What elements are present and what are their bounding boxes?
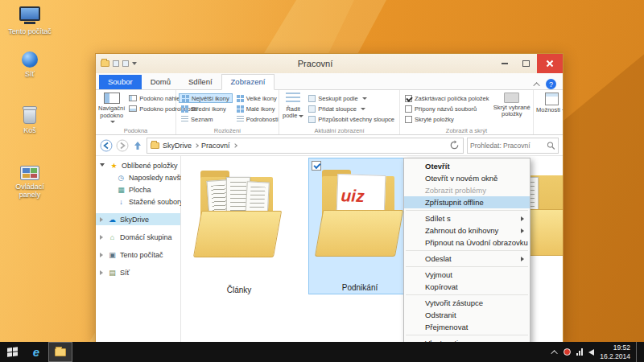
sidebar-item-network[interactable]: ▤ Síť <box>96 266 180 278</box>
windows-logo-icon <box>7 347 18 357</box>
breadcrumb-pracovni[interactable]: Pracovní <box>201 142 230 150</box>
tab-file[interactable]: Soubor <box>99 75 142 89</box>
sort-by-button[interactable]: Řadit podle <box>282 92 304 125</box>
group-label: Aktuální zobrazení <box>279 127 399 134</box>
menu-separator <box>406 294 528 295</box>
back-button[interactable] <box>100 139 113 152</box>
expander-icon[interactable] <box>100 235 103 240</box>
hidden-items-checkbox[interactable]: Skryté položky <box>402 114 492 124</box>
sidebar-item-downloads[interactable]: ↓ Stažené soubory <box>96 195 180 208</box>
view-large-icons[interactable]: Velké ikony <box>234 93 281 103</box>
desktop-icon-this-pc[interactable]: Tento počítač <box>5 6 55 35</box>
icons-view-icon <box>181 105 188 113</box>
taskbar-ie-button[interactable]: e <box>24 342 48 362</box>
view-small-icons[interactable]: Malé ikony <box>234 104 281 113</box>
group-label: Podokna <box>96 127 175 134</box>
sidebar-item-favorites[interactable]: ★ Oblíbené položky <box>96 159 180 171</box>
expander-icon[interactable] <box>100 253 103 257</box>
menu-item-rename[interactable]: Přejmenovat <box>404 321 530 333</box>
view-list[interactable]: Seznam <box>179 114 233 124</box>
group-label: Zobrazit a skrýt <box>400 127 533 134</box>
checkbox-checked-icon <box>405 95 412 102</box>
alert-icon[interactable] <box>564 348 571 356</box>
expander-icon[interactable] <box>100 217 103 222</box>
sidebar-item-skydrive[interactable]: ☁ SkyDrive <box>96 213 180 225</box>
show-hidden-icons[interactable] <box>551 350 558 356</box>
view-medium-icons[interactable]: Střední ikony <box>179 104 233 113</box>
folder-clanky[interactable]: Články <box>188 159 291 296</box>
tab-home[interactable]: Domů <box>142 75 180 89</box>
menu-item-send-to[interactable]: Odeslat <box>404 253 530 265</box>
view-details[interactable]: Podrobnosti <box>234 114 281 124</box>
qat-button-icon[interactable] <box>122 60 129 67</box>
icons-view-icon <box>237 105 244 113</box>
search-input[interactable] <box>470 142 547 150</box>
icons-view-icon <box>237 95 244 102</box>
group-by-button[interactable]: Seskupit podle <box>306 93 397 103</box>
close-button[interactable] <box>537 54 563 73</box>
search-box[interactable] <box>467 138 559 154</box>
menu-item-include-in-library[interactable]: Zahrnout do knihovny <box>404 224 530 237</box>
file-list[interactable]: Články uiz Podnikání <box>181 156 563 343</box>
add-columns-button[interactable]: Přidat sloupce <box>306 104 397 113</box>
sidebar-item-recent[interactable]: ◷ Naposledy navštívené <box>96 171 180 183</box>
breadcrumb-skydrive[interactable]: SkyDrive <box>163 142 192 150</box>
menu-item-delete[interactable]: Odstranit <box>404 309 530 321</box>
folder-icon <box>194 164 284 269</box>
desktop-icon-network[interactable]: Síť <box>5 51 55 78</box>
fit-columns-button[interactable]: Přizpůsobit všechny sloupce <box>306 114 397 124</box>
navigation-pane-button[interactable]: Navigační podokno <box>98 92 125 125</box>
sidebar-item-this-pc[interactable]: ▣ Tento počítač <box>96 249 180 261</box>
expander-icon[interactable] <box>100 270 103 275</box>
refresh-icon[interactable] <box>449 140 460 150</box>
list-view-icon <box>181 116 188 123</box>
help-icon[interactable]: ? <box>546 79 556 89</box>
breadcrumb[interactable]: SkyDrive Pracovní <box>147 138 464 154</box>
chevron-down-icon <box>562 109 563 112</box>
sidebar-item-desktop[interactable]: ▦ Plocha <box>96 183 180 195</box>
ribbon-group-current-view: Řadit podle Seskupit podle Přidat sloupc… <box>279 90 400 134</box>
chevron-down-icon <box>110 121 115 123</box>
tab-view[interactable]: Zobrazení <box>221 74 275 90</box>
sidebar-item-homegroup[interactable]: ⌂ Domácí skupina <box>96 231 180 243</box>
quick-access-toolbar[interactable] <box>96 60 137 67</box>
menu-item-cut[interactable]: Vyjmout <box>404 269 530 281</box>
desktop-icon-label: Koš <box>5 126 55 134</box>
recent-places-icon: ◷ <box>117 174 126 182</box>
menu-item-share-with[interactable]: Sdílet s <box>404 212 530 224</box>
hide-selected-button[interactable]: Skrýt vybrané položky <box>493 92 530 125</box>
folder-icon <box>151 142 159 149</box>
folder-label: Podnikání <box>309 283 411 292</box>
view-extra-large-icons[interactable]: Největší ikony <box>179 93 233 103</box>
taskbar-clock[interactable]: 19:52 16.2.2014 <box>600 343 630 360</box>
folder-icon <box>101 60 109 67</box>
tab-share[interactable]: Sdílení <box>180 75 221 89</box>
minimize-button[interactable] <box>493 54 515 73</box>
group-label: Rozložení <box>176 127 279 134</box>
desktop-icon-recycle-bin[interactable]: Koš <box>5 108 55 134</box>
volume-icon[interactable] <box>588 349 594 356</box>
collapse-ribbon-icon[interactable] <box>533 82 539 88</box>
show-desktop-button[interactable] <box>636 342 641 362</box>
chevron-down-icon <box>299 115 303 117</box>
menu-item-create-shortcut[interactable]: Vytvořit zástupce <box>404 297 530 309</box>
menu-item-open-new-window[interactable]: Otevřít v novém okně <box>404 172 530 184</box>
menu-item-pin-to-start[interactable]: Připnout na Úvodní obrazovku <box>404 237 530 249</box>
item-checkboxes-checkbox[interactable]: Zaškrtávací políčka položek <box>402 93 492 103</box>
menu-item-make-available-offline[interactable]: Zpřístupnit offline <box>404 196 530 208</box>
qat-button-icon[interactable] <box>113 60 119 67</box>
sort-icon <box>286 93 300 105</box>
folder-podnikani[interactable]: uiz Podnikání <box>308 158 411 294</box>
start-button[interactable] <box>0 342 24 362</box>
up-button[interactable] <box>132 140 143 151</box>
forward-button[interactable] <box>116 139 129 152</box>
menu-item-open[interactable]: Otevřít <box>404 160 530 172</box>
taskbar-explorer-button[interactable] <box>48 342 72 362</box>
network-tray-icon[interactable] <box>576 348 583 356</box>
options-button[interactable]: Možnosti <box>536 92 563 125</box>
file-extensions-checkbox[interactable]: Přípony názvů souborů <box>402 104 492 113</box>
maximize-button[interactable] <box>515 54 537 73</box>
desktop-icon-control-panel[interactable]: Ovládací panely <box>5 166 55 200</box>
expander-icon[interactable] <box>100 163 105 169</box>
menu-item-copy[interactable]: Kopírovat <box>404 281 530 293</box>
